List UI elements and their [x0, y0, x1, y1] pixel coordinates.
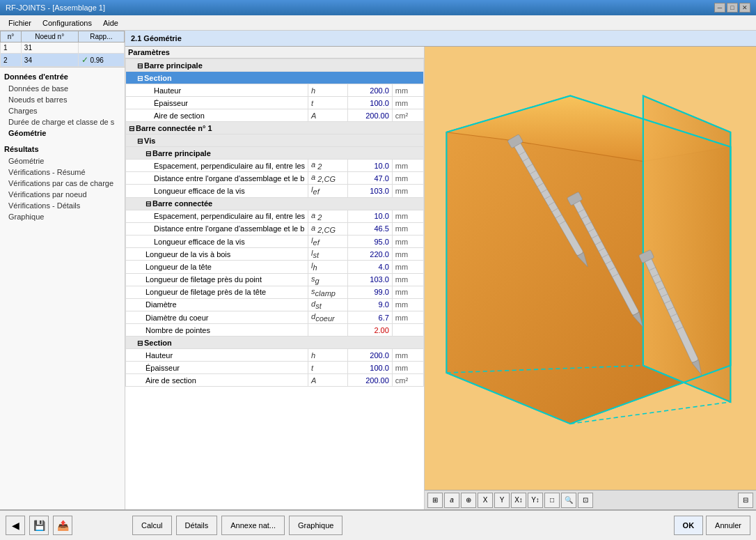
table-row: Épaisseur t 100.0 mm [126, 362, 424, 374]
collapse-icon[interactable]: ⊟ [145, 200, 151, 208]
menu-aide[interactable]: Aide [97, 17, 124, 29]
content-body: Paramètres ⊟Barre principale [125, 47, 756, 509]
left-panel: n° Noeud n° Rapp... 1 31 2 34 ✓ 0.96 [0, 31, 125, 509]
3d-scene-svg [425, 47, 756, 509]
app-title: RF-JOINTS - [Assemblage 1] [6, 3, 105, 12]
view-btn-grid[interactable]: ⊞ [427, 493, 443, 508]
table-row: Aire de section A 200.00 cm² [126, 374, 424, 387]
nav-charges[interactable]: Charges [0, 105, 125, 116]
collapse-icon[interactable]: ⊟ [137, 75, 143, 82]
title-bar: RF-JOINTS - [Assemblage 1] ─ □ ✕ [0, 0, 756, 15]
calcul-button[interactable]: Calcul [132, 516, 172, 535]
content-panel: 2.1 Géométrie Paramètres ⊟Barre p [125, 31, 756, 509]
content-title: 2.1 Géométrie [131, 34, 182, 43]
table-row: Épaisseur t 100.0 mm [126, 97, 424, 109]
bottom-right-buttons: OK Annuler [674, 516, 750, 535]
view-btn-xflip[interactable]: X↕ [511, 493, 526, 508]
view-toolbar: ⊞ a ⊕ X Y X↕ Y↕ □ 🔍 ⊡ ⊟ [425, 490, 756, 509]
param-table-container: Paramètres ⊟Barre principale [125, 47, 425, 509]
close-button[interactable]: ✕ [739, 3, 750, 13]
table-row: ⊟Vis [126, 134, 424, 147]
col-n: n° [1, 31, 22, 43]
nav-geometrie-input[interactable]: Géométrie [0, 128, 125, 139]
table-row: Longueur efficace de la vis lef 103.0 mm [126, 185, 424, 197]
node-table: n° Noeud n° Rapp... 1 31 2 34 ✓ 0.96 [0, 31, 125, 68]
view-btn-yflip[interactable]: Y↕ [528, 493, 543, 508]
table-row: ⊟Barre connectée [126, 197, 424, 210]
table-row: Hauteur h 200.0 mm [126, 349, 424, 362]
col-rapp: Rapp... [78, 31, 124, 43]
collapse-icon[interactable]: ⊟ [145, 150, 151, 157]
view-btn-zoom[interactable]: 🔍 [561, 493, 576, 508]
nav-verif-cas-charge[interactable]: Vérifications par cas de charge [0, 178, 125, 189]
table-row[interactable]: 2 34 ✓ 0.96 [1, 54, 125, 67]
table-row: Longueur de la tête lh 4.0 mm [126, 261, 424, 273]
details-button[interactable]: Détails [176, 516, 218, 535]
table-row: ⊟Section [126, 72, 424, 84]
table-row: ⊟Section [126, 337, 424, 349]
svg-marker-3 [643, 95, 731, 401]
view-btn-frame[interactable]: □ [544, 493, 560, 508]
save-icon-button[interactable]: 💾 [29, 516, 49, 535]
col-noeud: Noeud n° [21, 31, 78, 43]
nav-section: Données d'entrée Données de base Noeuds … [0, 68, 125, 225]
table-row: Hauteur h 200.0 mm [126, 84, 424, 97]
collapse-icon[interactable]: ⊟ [137, 62, 143, 70]
content-header: 2.1 Géométrie [125, 31, 756, 47]
export-icon-button[interactable]: 📤 [53, 516, 72, 535]
annuler-button[interactable]: Annuler [706, 516, 750, 535]
nav-group-results: Résultats [0, 143, 125, 155]
table-row: ⊟Barre principale [126, 59, 424, 72]
table-row: Espacement, perpendiculaire au fil, entr… [126, 160, 424, 172]
table-row: Distance entre l'organe d'assemblage et … [126, 172, 424, 185]
nav-duree-charge[interactable]: Durée de charge et classe de s [0, 116, 125, 128]
view-btn-rotate[interactable]: ⊕ [461, 493, 476, 508]
nav-verif-noeud[interactable]: Vérifications par noeud [0, 189, 125, 200]
minimize-button[interactable]: ─ [714, 3, 725, 13]
nav-donnees-base[interactable]: Données de base [0, 83, 125, 94]
table-row: Longueur de filetage près du point sg 10… [126, 273, 424, 286]
main-container: n° Noeud n° Rapp... 1 31 2 34 ✓ 0.96 [0, 31, 756, 509]
table-row: Diamètre dst 9.0 mm [126, 298, 424, 311]
table-row: ⊟Barre principale [126, 147, 424, 160]
nav-graphique[interactable]: Graphique [0, 211, 125, 222]
table-row: Espacement, perpendiculaire au fil, entr… [126, 210, 424, 222]
table-row: Longueur de filetage près de la tête scl… [126, 286, 424, 298]
back-icon-button[interactable]: ◀ [6, 516, 25, 535]
nav-noeuds-barres[interactable]: Noeuds et barres [0, 94, 125, 105]
nav-geometrie-result[interactable]: Géométrie [0, 155, 125, 167]
table-row: Nombre de pointes 2.00 [126, 324, 424, 337]
collapse-icon[interactable]: ⊟ [137, 137, 143, 145]
window-controls: ─ □ ✕ [714, 3, 750, 13]
table-row: Diamètre du coeur dcoeur 6.7 mm [126, 311, 424, 324]
ok-button[interactable]: OK [674, 516, 704, 535]
menu-configurations[interactable]: Configurations [37, 17, 97, 29]
table-row: Longueur efficace de la vis lef 95.0 mm [126, 235, 424, 247]
collapse-icon[interactable]: ⊟ [129, 125, 134, 132]
table-row: Aire de section A 200.00 cm² [126, 109, 424, 122]
view-btn-a[interactable]: a [444, 493, 459, 508]
maximize-button[interactable]: □ [727, 3, 738, 13]
table-row: Distance entre l'organe d'assemblage et … [126, 222, 424, 235]
view-btn-y[interactable]: Y [494, 493, 510, 508]
table-row[interactable]: 1 31 [1, 43, 125, 54]
table-row: ⊟Barre connectée n° 1 [126, 122, 424, 134]
annexe-button[interactable]: Annexe nat... [221, 516, 285, 535]
nav-verif-details[interactable]: Vérifications - Détails [0, 200, 125, 211]
nav-group-input: Données d'entrée [0, 70, 125, 83]
table-row: Longueur de la vis à bois lst 220.0 mm [126, 248, 424, 261]
check-icon: ✓ [81, 55, 88, 65]
view-btn-x[interactable]: X [478, 493, 493, 508]
nav-verif-resume[interactable]: Vérifications - Résumé [0, 167, 125, 178]
collapse-icon[interactable]: ⊟ [137, 339, 143, 347]
menu-bar: Fichier Configurations Aide [0, 15, 756, 31]
graphique-button[interactable]: Graphique [289, 516, 342, 535]
view-btn-fit[interactable]: ⊡ [578, 493, 593, 508]
view-btn-extra[interactable]: ⊟ [738, 493, 753, 508]
param-table: ⊟Barre principale ⊟Section Hauteur h 200… [125, 59, 424, 387]
3d-view: ⊞ a ⊕ X Y X↕ Y↕ □ 🔍 ⊡ ⊟ [425, 47, 756, 509]
bottom-bar: ◀ 💾 📤 Calcul Détails Annexe nat... Graph… [0, 509, 756, 540]
param-label: Paramètres [125, 47, 424, 59]
menu-fichier[interactable]: Fichier [3, 17, 37, 29]
